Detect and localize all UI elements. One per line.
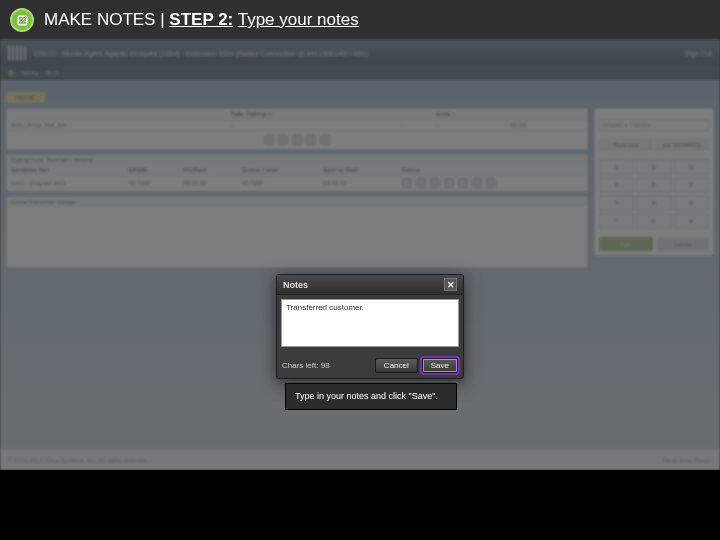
status-action-icon[interactable]: [430, 178, 440, 188]
chars-left-label: Chars left: 98: [282, 361, 330, 370]
call-panel: Talk: Talking > Hold 5001_Price_Fall_EN …: [6, 108, 588, 150]
app-area: CISCO Mobile Agent Agapito Enriquez (100…: [0, 40, 720, 470]
notes-textarea[interactable]: [281, 299, 459, 347]
call-cancel-button[interactable]: Cancel: [656, 237, 710, 251]
dial-4[interactable]: 4: [599, 177, 634, 193]
sign-out-link[interactable]: Sign Out: [685, 50, 712, 57]
notes-dialog-title: Notes: [283, 280, 308, 290]
dial-5[interactable]: 5: [636, 177, 671, 193]
action-icon[interactable]: [292, 135, 302, 145]
cisco-brand: CISCO: [34, 50, 56, 57]
letterbox-bottom: [0, 470, 720, 540]
tooltip-text: Type in your notes and click "Save".: [295, 391, 438, 401]
action-icon[interactable]: [306, 135, 316, 145]
instruction-step-label: STEP 2:: [169, 10, 233, 29]
call-actions: [7, 131, 587, 149]
status-dot-icon: [8, 70, 14, 76]
dial-2[interactable]: 2: [636, 159, 671, 175]
gadget-2: Cloud Transcript Gadget: [6, 196, 588, 268]
instruction-title: MAKE NOTES: [44, 10, 155, 29]
dial-0[interactable]: 0: [636, 213, 671, 229]
status-action-icon[interactable]: [472, 178, 482, 188]
status-row: Talking 00:21: [0, 66, 720, 80]
tab-home[interactable]: Home: [6, 92, 45, 103]
instruction-bar: MAKE NOTES | STEP 2: Type your notes: [0, 0, 720, 40]
save-button[interactable]: Save: [422, 358, 458, 373]
dial-6[interactable]: 6: [674, 177, 709, 193]
cisco-logo: [8, 46, 28, 60]
cisco-header: CISCO Mobile Agent Agapito Enriquez (100…: [0, 40, 720, 66]
dial-star[interactable]: *: [599, 213, 634, 229]
table-row: test1—Asigned test1 45,7295 30,21,35 45,…: [7, 176, 587, 191]
status-action-icon[interactable]: [486, 178, 496, 188]
instruction-sep: |: [155, 10, 169, 29]
gadget-2-title: Cloud Transcript Gadget: [7, 197, 587, 207]
call-button[interactable]: Call: [599, 237, 653, 251]
side-tab-ext[interactable]: ext: 5103499203: [655, 139, 709, 151]
footer-error-link[interactable]: Send Error Report: [663, 457, 712, 463]
dial-1[interactable]: 1: [599, 159, 634, 175]
gadget-1: Calling from: TestCall—Testing Variables…: [6, 154, 588, 192]
cisco-title: Mobile Agent Agapito Enriquez (1004) - E…: [62, 50, 368, 57]
dial-3[interactable]: 3: [674, 159, 709, 175]
status-action-icon[interactable]: [444, 178, 454, 188]
status-action-icon[interactable]: [402, 178, 412, 188]
table-row: 5001_Price_Fall_EN - - - 00:05: [7, 120, 587, 131]
side-panel: Phone book ext: 5103499203 1 2 3 4 5 6 7…: [594, 108, 714, 256]
gadget-1-title: Calling from: TestCall—Testing: [7, 155, 587, 165]
status-action-icon[interactable]: [458, 178, 468, 188]
status-text: Talking: [20, 70, 39, 76]
dial-8[interactable]: 8: [636, 195, 671, 211]
status-time: 00:21: [45, 70, 60, 76]
instruction-text: MAKE NOTES | STEP 2: Type your notes: [44, 10, 359, 30]
action-icon[interactable]: [320, 135, 330, 145]
action-icon[interactable]: [278, 135, 288, 145]
queue-input[interactable]: [599, 119, 709, 131]
dial-hash[interactable]: #: [674, 213, 709, 229]
cancel-button[interactable]: Cancel: [375, 358, 418, 373]
dial-pad: 1 2 3 4 5 6 7 8 9 * 0 #: [595, 155, 713, 233]
side-tab-phonebook[interactable]: Phone book: [599, 139, 653, 151]
instruction-tooltip: Type in your notes and click "Save".: [285, 383, 457, 410]
edit-icon: [10, 8, 34, 32]
dial-7[interactable]: 7: [599, 195, 634, 211]
action-icon[interactable]: [264, 135, 274, 145]
dial-9[interactable]: 9: [674, 195, 709, 211]
notes-dialog-titlebar: Notes ✕: [277, 275, 463, 295]
app-footer: © 2010-2012 Cisco Systems, Inc. All righ…: [0, 450, 720, 470]
footer-copyright: © 2010-2012 Cisco Systems, Inc. All righ…: [8, 457, 148, 463]
status-action-icon[interactable]: [416, 178, 426, 188]
close-icon[interactable]: ✕: [444, 278, 457, 291]
notes-dialog: Notes ✕ Chars left: 98 Cancel Save: [276, 274, 464, 379]
instruction-step-desc: Type your notes: [238, 10, 359, 29]
